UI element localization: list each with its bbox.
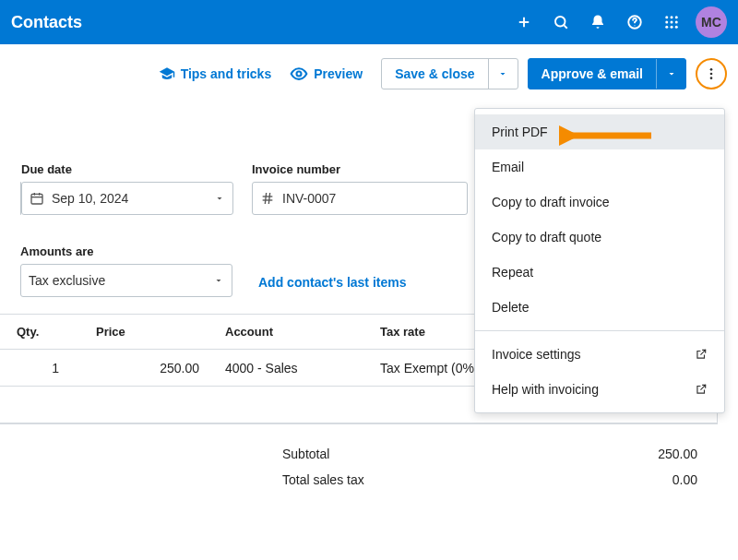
invoice-number-input[interactable]: INV-0007 [252, 182, 468, 215]
svg-point-15 [297, 71, 302, 76]
svg-point-17 [710, 72, 713, 75]
preview-link[interactable]: Preview [290, 65, 363, 83]
svg-point-9 [665, 21, 668, 24]
totals: Subtotal 250.00 Total sales tax 0.00 [0, 441, 697, 493]
action-bar: Tips and tricks Preview Save & close App… [0, 44, 738, 103]
svg-point-12 [665, 26, 668, 29]
svg-line-25 [265, 193, 266, 204]
subtotal-label: Subtotal [282, 447, 577, 461]
external-link-icon [695, 348, 708, 361]
menu-delete[interactable]: Delete [475, 290, 724, 325]
page-title[interactable]: Contacts [11, 13, 82, 32]
svg-rect-19 [31, 194, 42, 204]
due-date-input[interactable]: Sep 10, 2024 [21, 182, 233, 215]
svg-point-7 [671, 16, 673, 18]
total-tax-value: 0.00 [644, 472, 697, 487]
svg-point-11 [675, 21, 678, 24]
cell-price[interactable]: 250.00 [70, 361, 225, 375]
approve-email-button[interactable]: Approve & email [528, 58, 686, 89]
svg-point-5 [634, 25, 635, 26]
chevron-down-icon [497, 68, 508, 79]
svg-point-8 [675, 16, 678, 18]
menu-copy-invoice[interactable]: Copy to draft invoice [475, 185, 724, 220]
hash-icon [260, 191, 275, 206]
svg-point-16 [710, 68, 713, 71]
tips-label: Tips and tricks [181, 66, 272, 81]
more-button[interactable] [696, 58, 727, 89]
menu-invoice-settings[interactable]: Invoice settings [475, 337, 724, 372]
svg-point-14 [675, 26, 678, 29]
apps-icon[interactable] [653, 4, 690, 41]
due-date-label: Due date [21, 162, 233, 176]
menu-separator [475, 330, 724, 331]
col-price: Price [70, 325, 225, 339]
svg-point-6 [665, 16, 668, 18]
svg-point-10 [671, 21, 673, 24]
amounts-are-value: Tax exclusive [29, 273, 105, 288]
tips-link[interactable]: Tips and tricks [159, 66, 272, 82]
more-menu: Print PDF Email Copy to draft invoice Co… [474, 108, 725, 413]
due-date-value: Sep 10, 2024 [52, 191, 128, 206]
chevron-down-icon [666, 68, 677, 79]
eye-icon [290, 65, 308, 83]
save-close-chevron[interactable] [488, 59, 518, 89]
external-link-icon [695, 383, 708, 396]
invoice-number-value: INV-0007 [282, 191, 336, 206]
menu-copy-quote[interactable]: Copy to draft quote [475, 220, 724, 255]
preview-label: Preview [314, 66, 363, 81]
search-icon[interactable] [542, 4, 579, 41]
help-icon[interactable] [616, 4, 653, 41]
col-qty: Qty. [0, 325, 70, 339]
amounts-are-label: Amounts are [20, 244, 232, 258]
svg-point-18 [710, 77, 713, 79]
save-close-button[interactable]: Save & close [381, 58, 518, 89]
col-account: Account [225, 325, 380, 339]
menu-help-invoicing[interactable]: Help with invoicing [475, 372, 724, 407]
menu-help-label: Help with invoicing [492, 382, 599, 397]
svg-point-2 [555, 17, 565, 27]
menu-repeat[interactable]: Repeat [475, 255, 724, 290]
menu-settings-label: Invoice settings [492, 347, 581, 362]
add-icon[interactable] [506, 4, 542, 41]
approve-email-label: Approve & email [529, 66, 656, 81]
avatar[interactable]: MC [696, 6, 727, 38]
graduation-cap-icon [159, 66, 175, 82]
amounts-are-select[interactable]: Tax exclusive [20, 264, 232, 297]
svg-line-3 [564, 25, 566, 28]
approve-email-chevron[interactable] [656, 59, 685, 89]
chevron-down-icon [213, 275, 224, 286]
add-last-items-link[interactable]: Add contact's last items [258, 275, 406, 297]
dots-vertical-icon [704, 66, 719, 81]
bell-icon[interactable] [579, 4, 616, 41]
cell-qty[interactable]: 1 [0, 361, 70, 375]
svg-point-13 [671, 26, 673, 29]
cell-account[interactable]: 4000 - Sales [225, 361, 380, 375]
save-close-label: Save & close [382, 66, 487, 81]
svg-line-26 [268, 193, 269, 204]
subtotal-value: 250.00 [644, 447, 697, 461]
total-tax-label: Total sales tax [282, 472, 577, 487]
calendar-icon [30, 191, 44, 206]
menu-email[interactable]: Email [475, 149, 724, 185]
topbar: Contacts MC [0, 0, 738, 44]
invoice-number-label: Invoice number [252, 162, 468, 176]
chevron-down-icon [214, 193, 225, 204]
menu-print-pdf[interactable]: Print PDF [475, 114, 724, 149]
